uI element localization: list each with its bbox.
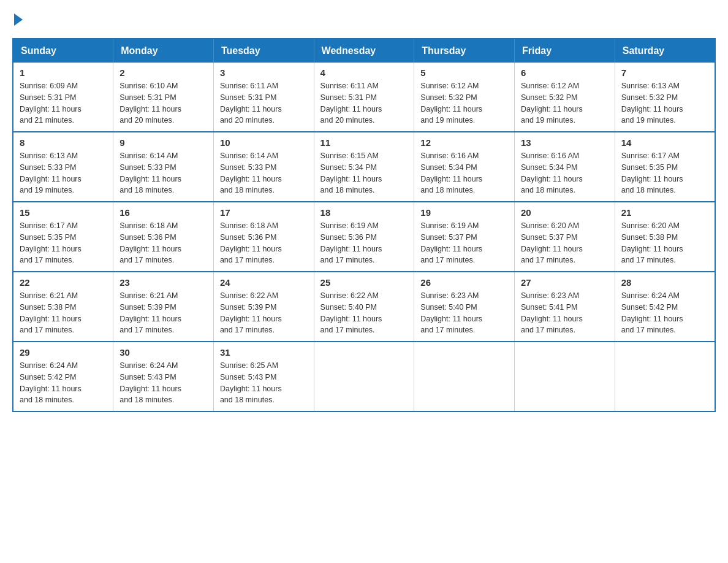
calendar-cell: 13 Sunrise: 6:16 AMSunset: 5:34 PMDaylig… xyxy=(515,132,615,202)
calendar-week-2: 8 Sunrise: 6:13 AMSunset: 5:33 PMDayligh… xyxy=(13,132,715,202)
day-number: 16 xyxy=(119,207,207,218)
day-number: 20 xyxy=(521,207,609,218)
day-number: 3 xyxy=(220,67,308,78)
logo xyxy=(12,12,23,26)
calendar-week-3: 15 Sunrise: 6:17 AMSunset: 5:35 PMDaylig… xyxy=(13,202,715,272)
day-number: 5 xyxy=(420,67,508,78)
day-info: Sunrise: 6:20 AMSunset: 5:37 PMDaylight:… xyxy=(521,221,583,264)
day-number: 18 xyxy=(320,207,408,218)
day-info: Sunrise: 6:17 AMSunset: 5:35 PMDaylight:… xyxy=(621,151,683,194)
calendar-cell: 31 Sunrise: 6:25 AMSunset: 5:43 PMDaylig… xyxy=(213,342,314,412)
day-info: Sunrise: 6:24 AMSunset: 5:42 PMDaylight:… xyxy=(20,361,82,404)
calendar-cell: 12 Sunrise: 6:16 AMSunset: 5:34 PMDaylig… xyxy=(414,132,515,202)
day-number: 11 xyxy=(320,137,408,148)
day-number: 24 xyxy=(220,277,308,288)
day-number: 15 xyxy=(20,207,107,218)
day-info: Sunrise: 6:16 AMSunset: 5:34 PMDaylight:… xyxy=(521,151,583,194)
day-info: Sunrise: 6:23 AMSunset: 5:40 PMDaylight:… xyxy=(420,291,482,334)
calendar-cell: 4 Sunrise: 6:11 AMSunset: 5:31 PMDayligh… xyxy=(314,63,414,132)
day-number: 1 xyxy=(20,67,107,78)
day-number: 25 xyxy=(320,277,408,288)
calendar-cell: 14 Sunrise: 6:17 AMSunset: 5:35 PMDaylig… xyxy=(615,132,715,202)
day-number: 21 xyxy=(621,207,708,218)
day-info: Sunrise: 6:21 AMSunset: 5:39 PMDaylight:… xyxy=(119,291,181,334)
day-info: Sunrise: 6:09 AMSunset: 5:31 PMDaylight:… xyxy=(20,82,82,124)
day-info: Sunrise: 6:25 AMSunset: 5:43 PMDaylight:… xyxy=(220,361,282,404)
day-number: 29 xyxy=(20,347,107,358)
calendar-cell: 15 Sunrise: 6:17 AMSunset: 5:35 PMDaylig… xyxy=(13,202,113,272)
calendar-cell: 3 Sunrise: 6:11 AMSunset: 5:31 PMDayligh… xyxy=(213,63,314,132)
calendar-cell: 6 Sunrise: 6:12 AMSunset: 5:32 PMDayligh… xyxy=(515,63,615,132)
day-number: 13 xyxy=(521,137,609,148)
calendar-cell xyxy=(515,342,615,412)
day-info: Sunrise: 6:19 AMSunset: 5:36 PMDaylight:… xyxy=(320,221,382,264)
calendar-week-5: 29 Sunrise: 6:24 AMSunset: 5:42 PMDaylig… xyxy=(13,342,715,412)
calendar-cell: 21 Sunrise: 6:20 AMSunset: 5:38 PMDaylig… xyxy=(615,202,715,272)
calendar-cell: 19 Sunrise: 6:19 AMSunset: 5:37 PMDaylig… xyxy=(414,202,515,272)
day-info: Sunrise: 6:22 AMSunset: 5:39 PMDaylight:… xyxy=(220,291,282,334)
day-info: Sunrise: 6:12 AMSunset: 5:32 PMDaylight:… xyxy=(521,82,583,124)
day-info: Sunrise: 6:10 AMSunset: 5:31 PMDaylight:… xyxy=(119,82,181,124)
page-header xyxy=(12,12,716,26)
calendar-cell xyxy=(615,342,715,412)
calendar-cell: 5 Sunrise: 6:12 AMSunset: 5:32 PMDayligh… xyxy=(414,63,515,132)
day-number: 17 xyxy=(220,207,308,218)
calendar-cell: 11 Sunrise: 6:15 AMSunset: 5:34 PMDaylig… xyxy=(314,132,414,202)
calendar-cell: 24 Sunrise: 6:22 AMSunset: 5:39 PMDaylig… xyxy=(213,272,314,342)
day-info: Sunrise: 6:16 AMSunset: 5:34 PMDaylight:… xyxy=(420,151,482,194)
day-number: 22 xyxy=(20,277,107,288)
day-info: Sunrise: 6:11 AMSunset: 5:31 PMDaylight:… xyxy=(320,82,382,124)
day-number: 19 xyxy=(420,207,508,218)
day-info: Sunrise: 6:19 AMSunset: 5:37 PMDaylight:… xyxy=(420,221,482,264)
day-info: Sunrise: 6:24 AMSunset: 5:42 PMDaylight:… xyxy=(621,291,683,334)
calendar-cell: 16 Sunrise: 6:18 AMSunset: 5:36 PMDaylig… xyxy=(113,202,214,272)
calendar-cell: 23 Sunrise: 6:21 AMSunset: 5:39 PMDaylig… xyxy=(113,272,214,342)
calendar-cell: 2 Sunrise: 6:10 AMSunset: 5:31 PMDayligh… xyxy=(113,63,214,132)
day-info: Sunrise: 6:22 AMSunset: 5:40 PMDaylight:… xyxy=(320,291,382,334)
day-number: 14 xyxy=(621,137,708,148)
day-info: Sunrise: 6:17 AMSunset: 5:35 PMDaylight:… xyxy=(20,221,82,264)
header-wednesday: Wednesday xyxy=(314,39,414,63)
day-number: 6 xyxy=(521,67,609,78)
day-info: Sunrise: 6:15 AMSunset: 5:34 PMDaylight:… xyxy=(320,151,382,194)
calendar-cell: 18 Sunrise: 6:19 AMSunset: 5:36 PMDaylig… xyxy=(314,202,414,272)
logo-arrow-icon xyxy=(14,13,23,26)
calendar-cell: 10 Sunrise: 6:14 AMSunset: 5:33 PMDaylig… xyxy=(213,132,314,202)
day-number: 12 xyxy=(420,137,508,148)
calendar-week-1: 1 Sunrise: 6:09 AMSunset: 5:31 PMDayligh… xyxy=(13,63,715,132)
day-info: Sunrise: 6:13 AMSunset: 5:32 PMDaylight:… xyxy=(621,82,683,124)
day-info: Sunrise: 6:13 AMSunset: 5:33 PMDaylight:… xyxy=(20,151,82,194)
day-number: 28 xyxy=(621,277,708,288)
calendar-cell: 30 Sunrise: 6:24 AMSunset: 5:43 PMDaylig… xyxy=(113,342,214,412)
day-number: 4 xyxy=(320,67,408,78)
day-info: Sunrise: 6:23 AMSunset: 5:41 PMDaylight:… xyxy=(521,291,583,334)
day-number: 10 xyxy=(220,137,308,148)
calendar-cell: 20 Sunrise: 6:20 AMSunset: 5:37 PMDaylig… xyxy=(515,202,615,272)
calendar-cell xyxy=(314,342,414,412)
calendar-cell: 17 Sunrise: 6:18 AMSunset: 5:36 PMDaylig… xyxy=(213,202,314,272)
calendar-cell xyxy=(414,342,515,412)
day-info: Sunrise: 6:14 AMSunset: 5:33 PMDaylight:… xyxy=(119,151,181,194)
calendar-cell: 1 Sunrise: 6:09 AMSunset: 5:31 PMDayligh… xyxy=(13,63,113,132)
calendar-cell: 25 Sunrise: 6:22 AMSunset: 5:40 PMDaylig… xyxy=(314,272,414,342)
calendar-week-4: 22 Sunrise: 6:21 AMSunset: 5:38 PMDaylig… xyxy=(13,272,715,342)
calendar-table: SundayMondayTuesdayWednesdayThursdayFrid… xyxy=(12,38,716,412)
day-number: 31 xyxy=(220,347,308,358)
day-info: Sunrise: 6:20 AMSunset: 5:38 PMDaylight:… xyxy=(621,221,683,264)
day-info: Sunrise: 6:11 AMSunset: 5:31 PMDaylight:… xyxy=(220,82,282,124)
header-thursday: Thursday xyxy=(414,39,515,63)
day-number: 27 xyxy=(521,277,609,288)
day-info: Sunrise: 6:18 AMSunset: 5:36 PMDaylight:… xyxy=(119,221,181,264)
day-info: Sunrise: 6:12 AMSunset: 5:32 PMDaylight:… xyxy=(420,82,482,124)
calendar-cell: 22 Sunrise: 6:21 AMSunset: 5:38 PMDaylig… xyxy=(13,272,113,342)
day-number: 30 xyxy=(119,347,207,358)
day-info: Sunrise: 6:24 AMSunset: 5:43 PMDaylight:… xyxy=(119,361,181,404)
calendar-cell: 26 Sunrise: 6:23 AMSunset: 5:40 PMDaylig… xyxy=(414,272,515,342)
calendar-cell: 29 Sunrise: 6:24 AMSunset: 5:42 PMDaylig… xyxy=(13,342,113,412)
day-number: 26 xyxy=(420,277,508,288)
header-monday: Monday xyxy=(113,39,214,63)
day-number: 9 xyxy=(119,137,207,148)
header-friday: Friday xyxy=(515,39,615,63)
calendar-header-row: SundayMondayTuesdayWednesdayThursdayFrid… xyxy=(13,39,715,63)
day-number: 8 xyxy=(20,137,107,148)
